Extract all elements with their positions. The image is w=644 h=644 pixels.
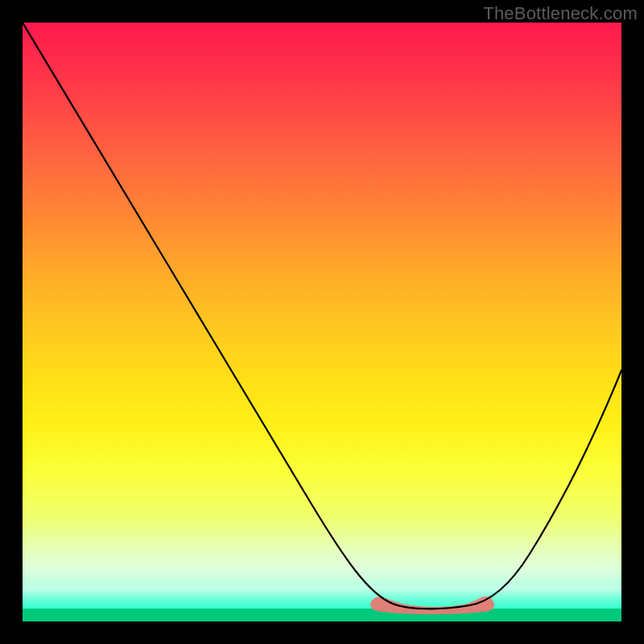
watermark-text: TheBottleneck.com: [483, 3, 638, 24]
trough-highlight-marker: [370, 597, 494, 614]
plot-area: [23, 23, 621, 621]
bottleneck-curve: [23, 23, 621, 609]
curve-svg: [23, 23, 621, 621]
chart-frame: { "watermark": "TheBottleneck.com", "col…: [0, 0, 644, 644]
